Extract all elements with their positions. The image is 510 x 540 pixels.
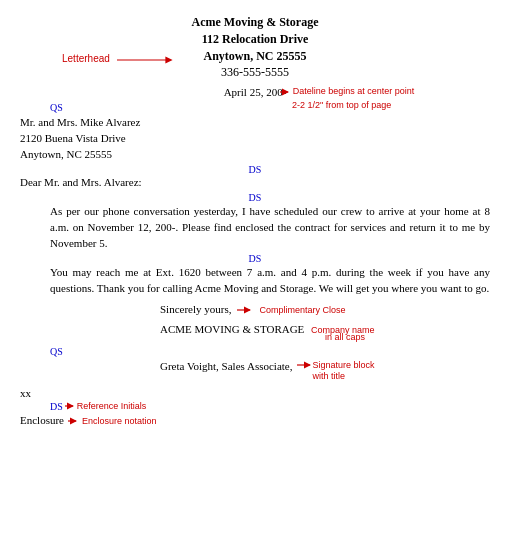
sig-annotation-2: with title bbox=[313, 371, 346, 381]
company-phone: 336-555-5555 bbox=[20, 64, 490, 81]
body-para-2-text: You may reach me at Ext. 1620 between 7 … bbox=[50, 266, 490, 294]
reference-row: xx DS Reference Initials Enclosure Enclo… bbox=[20, 386, 490, 430]
dateline-arrow bbox=[280, 86, 290, 98]
company-caps-annotation-2: in all caps bbox=[325, 332, 365, 342]
address-line2: 2120 Buena Vista Drive bbox=[20, 131, 490, 147]
complimentary-close: Sincerely yours, bbox=[160, 302, 231, 318]
qs-marker-1: QS bbox=[50, 102, 490, 113]
dateline-row: April 25, 200- Dateline begins at center… bbox=[20, 86, 490, 98]
close-arrow bbox=[237, 304, 253, 316]
ref-initials-annotation: Reference Initials bbox=[77, 401, 147, 411]
body-para-1-text: As per our phone conversation yesterday,… bbox=[50, 205, 490, 249]
sig-annotation-group: Signature block with title bbox=[297, 359, 375, 381]
letterhead-annotation: Letterhead bbox=[62, 52, 110, 64]
ds-marker-3: DS bbox=[20, 253, 490, 264]
company-address: 112 Relocation Drive bbox=[20, 31, 490, 48]
body-para-1: As per our phone conversation yesterday,… bbox=[20, 204, 490, 252]
enclosure-row: Enclosure Enclosure notation bbox=[20, 413, 490, 429]
close-section: Sincerely yours, Complimentary Close bbox=[20, 302, 490, 318]
dateline-label: Dateline begins at center point bbox=[293, 87, 415, 97]
ds-arrow bbox=[65, 400, 75, 412]
qs-marker-2: QS bbox=[50, 346, 490, 357]
body-para-2: You may reach me at Ext. 1620 between 7 … bbox=[20, 265, 490, 297]
company-name: Acme Moving & Storage bbox=[20, 14, 490, 31]
close-row: Sincerely yours, Complimentary Close bbox=[20, 302, 490, 318]
enclosure-arrow bbox=[68, 415, 78, 427]
address-line3: Anytown, NC 25555 bbox=[20, 147, 490, 163]
company-caps-row: ACME MOVING & STORAGE Company name in al… bbox=[20, 322, 490, 338]
enclosure-text: Enclosure bbox=[20, 413, 64, 429]
ds-marker-1: DS bbox=[20, 164, 490, 175]
sig-annotation: Signature block bbox=[313, 360, 375, 370]
dateline: April 25, 200- bbox=[224, 86, 287, 98]
page: Letterhead Acme Moving & Storage 112 Rel… bbox=[0, 0, 510, 540]
close-annotation: Complimentary Close bbox=[259, 305, 345, 315]
sig-arrow-row: Signature block bbox=[297, 359, 375, 371]
signature-row: Greta Voight, Sales Associate, Signature… bbox=[20, 359, 490, 381]
ds-marker-4: DS bbox=[50, 401, 63, 412]
salutation: Dear Mr. and Mrs. Alvarez: bbox=[20, 175, 490, 191]
reference-initials-xx: xx bbox=[20, 386, 31, 402]
xx-row: xx bbox=[20, 386, 490, 402]
signature-block: Greta Voight, Sales Associate, bbox=[160, 359, 293, 375]
dateline-annotation: Dateline begins at center point 2-2 1/2"… bbox=[280, 84, 414, 109]
letterhead-arrow bbox=[117, 54, 177, 66]
company-caps: ACME MOVING & STORAGE bbox=[160, 323, 304, 335]
ds-marker-2: DS bbox=[20, 192, 490, 203]
ds-ref-row: DS Reference Initials bbox=[20, 400, 490, 412]
letterhead: Acme Moving & Storage 112 Relocation Dri… bbox=[20, 14, 490, 81]
enclosure-annotation: Enclosure notation bbox=[82, 416, 157, 426]
sig-arrow bbox=[297, 359, 313, 371]
address-line1: Mr. and Mrs. Mike Alvarez bbox=[20, 115, 490, 131]
inside-address: Mr. and Mrs. Mike Alvarez 2120 Buena Vis… bbox=[20, 115, 490, 163]
dateline-label2: 2-2 1/2" from top of page bbox=[292, 100, 391, 110]
